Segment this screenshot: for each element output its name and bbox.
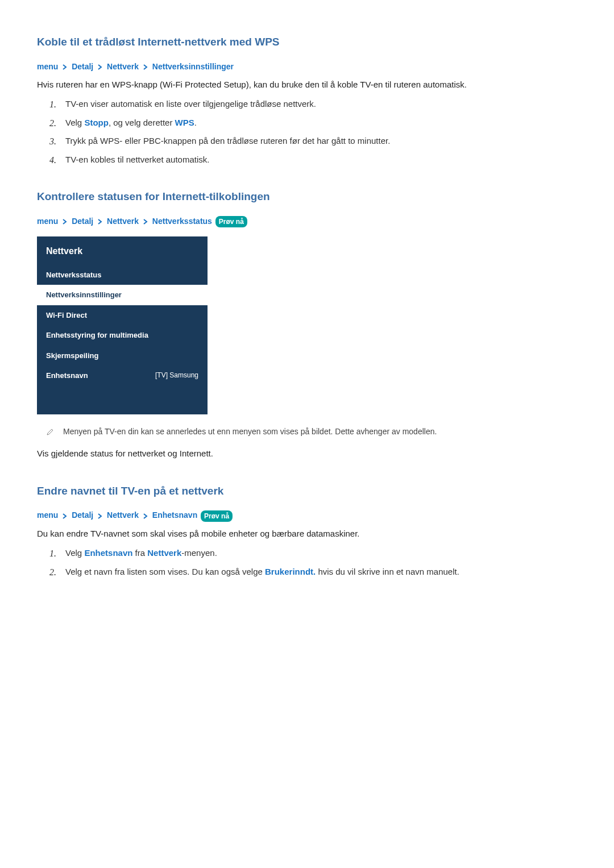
menu-item-network-settings[interactable]: Nettverksinnstillinger [37, 285, 208, 305]
section-rename: Endre navnet til TV-en på et nettverk me… [37, 483, 577, 578]
breadcrumb-item[interactable]: Enhetsnavn [152, 510, 197, 520]
list-item: 1. Velg Enhetsnavn fra Nettverk-menyen. [54, 547, 577, 560]
step-number: 1. [49, 547, 56, 560]
network-link[interactable]: Nettverk [147, 548, 181, 558]
breadcrumb-item[interactable]: menu [37, 217, 58, 226]
step-text: , og velg deretter [109, 118, 175, 127]
chevron-right-icon [62, 219, 68, 225]
chevron-right-icon [143, 219, 148, 225]
body-text: Vis gjeldende status for nettverket og I… [37, 447, 577, 460]
breadcrumb-item[interactable]: Detalj [72, 62, 93, 71]
step-text: fra [132, 548, 147, 558]
menu-item-label: Enhetsnavn [46, 371, 88, 380]
chevron-right-icon [62, 513, 68, 519]
breadcrumb-item[interactable]: Nettverksstatus [152, 217, 212, 226]
step-number: 1. [49, 98, 56, 111]
breadcrumb: menu Detalj Nettverk Nettverksstatus Prø… [37, 215, 577, 227]
breadcrumb: menu Detalj Nettverk Enhetsnavn Prøv nå [37, 509, 577, 521]
step-text: -menyen. [181, 548, 217, 558]
stop-link[interactable]: Stopp [84, 118, 109, 127]
tv-menu-screenshot: Nettverk Nettverksstatus Nettverksinnsti… [37, 236, 208, 414]
step-text: Velg et navn fra listen som vises. Du ka… [65, 567, 265, 576]
step-text: TV-en viser automatisk en liste over til… [65, 99, 316, 109]
section-heading: Kontrollere statusen for Internett-tilko… [37, 189, 577, 205]
user-input-link[interactable]: Brukerinndt. [265, 567, 316, 576]
breadcrumb: menu Detalj Nettverk Nettverksinnstillin… [37, 61, 577, 73]
chevron-right-icon [62, 64, 68, 70]
breadcrumb-item[interactable]: Detalj [72, 510, 93, 520]
section-heading: Koble til et trådløst Internett-nettverk… [37, 34, 577, 51]
list-item: 1. TV-en viser automatisk en liste over … [54, 98, 577, 111]
step-text: Velg [65, 548, 84, 558]
section-heading: Endre navnet til TV-en på et nettverk [37, 483, 577, 500]
section-status: Kontrollere statusen for Internett-tilko… [37, 189, 577, 460]
list-item: 3. Trykk på WPS- eller PBC-knappen på de… [54, 135, 577, 148]
step-text: Trykk på WPS- eller PBC-knappen på den t… [65, 136, 390, 146]
wps-link[interactable]: WPS [175, 118, 194, 127]
step-text: . [194, 118, 197, 127]
try-now-badge[interactable]: Prøv nå [201, 510, 233, 522]
note-text: Menyen på TV-en din kan se annerledes ut… [63, 426, 437, 438]
intro-text: Hvis ruteren har en WPS-knapp (Wi-Fi Pro… [37, 78, 577, 92]
chevron-right-icon [97, 513, 103, 519]
steps-list: 1. TV-en viser automatisk en liste over … [37, 98, 577, 166]
section-wps: Koble til et trådløst Internett-nettverk… [37, 34, 577, 166]
intro-text: Du kan endre TV-navnet som skal vises på… [37, 528, 577, 541]
menu-item-network-status[interactable]: Nettverksstatus [37, 265, 208, 285]
chevron-right-icon [143, 513, 148, 519]
breadcrumb-item[interactable]: Nettverk [107, 217, 139, 226]
step-number: 2. [49, 117, 56, 130]
step-text: hvis du vil skrive inn et navn manuelt. [316, 567, 459, 576]
chevron-right-icon [143, 64, 148, 70]
breadcrumb-item[interactable]: Nettverksinnstillinger [152, 62, 234, 71]
breadcrumb-item[interactable]: Nettverk [107, 510, 139, 520]
menu-title: Nettverk [37, 236, 208, 265]
list-item: 2. Velg et navn fra listen som vises. Du… [54, 566, 577, 579]
breadcrumb-item[interactable]: Detalj [72, 217, 93, 226]
chevron-right-icon [97, 219, 103, 225]
steps-list: 1. Velg Enhetsnavn fra Nettverk-menyen. … [37, 547, 577, 578]
breadcrumb-item[interactable]: Nettverk [107, 62, 139, 71]
step-number: 4. [49, 153, 56, 167]
step-text: TV-en kobles til nettverket automatisk. [65, 155, 209, 164]
device-name-link[interactable]: Enhetsnavn [84, 548, 132, 558]
breadcrumb-item[interactable]: menu [37, 510, 58, 520]
try-now-badge[interactable]: Prøv nå [215, 216, 247, 227]
chevron-right-icon [97, 64, 103, 70]
list-item: 2. Velg Stopp, og velg deretter WPS. [54, 117, 577, 130]
step-text: Velg [65, 118, 84, 127]
menu-item-wifi-direct[interactable]: Wi-Fi Direct [37, 305, 208, 326]
note: Menyen på TV-en din kan se annerledes ut… [37, 426, 577, 440]
step-number: 2. [49, 566, 56, 579]
pencil-icon [46, 427, 54, 440]
menu-item-value: [TV] Samsung [155, 370, 198, 380]
breadcrumb-item[interactable]: menu [37, 62, 58, 71]
menu-item-screen-mirroring[interactable]: Skjermspeiling [37, 346, 208, 366]
list-item: 4. TV-en kobles til nettverket automatis… [54, 153, 577, 167]
step-number: 3. [49, 135, 56, 148]
menu-item-device-name[interactable]: Enhetsnavn [TV] Samsung [37, 366, 208, 386]
menu-item-multimedia[interactable]: Enhetsstyring for multimedia [37, 325, 208, 346]
